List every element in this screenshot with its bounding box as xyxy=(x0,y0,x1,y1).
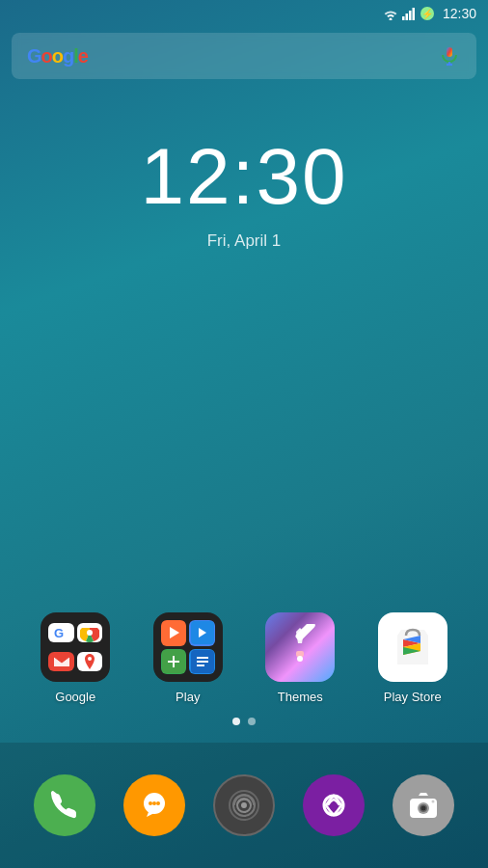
google-folder-label: Google xyxy=(55,690,95,704)
svg-rect-0 xyxy=(402,16,405,20)
svg-point-12 xyxy=(87,630,93,636)
status-time: 12:30 xyxy=(443,6,476,21)
svg-rect-1 xyxy=(405,14,408,20)
app-item-play[interactable]: Play xyxy=(145,612,231,704)
dock-item-messages[interactable] xyxy=(123,774,185,836)
dock-item-phone[interactable] xyxy=(34,774,95,836)
dock-item-fingerprint[interactable] xyxy=(213,774,275,836)
google-logo: Google xyxy=(27,45,88,68)
svg-point-41 xyxy=(421,806,426,811)
app-item-playstore[interactable]: Play Store xyxy=(369,612,456,704)
camera-icon xyxy=(393,774,454,836)
svg-rect-3 xyxy=(412,8,415,20)
status-icons: ⚡ 12:30 xyxy=(383,6,476,21)
svg-point-30 xyxy=(149,801,152,805)
svg-rect-20 xyxy=(173,656,175,667)
phone-icon xyxy=(34,774,95,836)
clock-time: 12:30 xyxy=(0,137,488,216)
status-bar: ⚡ 12:30 xyxy=(0,0,488,27)
play-folder-label: Play xyxy=(176,690,200,704)
app-item-google[interactable]: G xyxy=(32,612,119,704)
charging-icon: ⚡ xyxy=(420,6,435,21)
dock-item-camera[interactable] xyxy=(393,774,454,836)
google-folder-icon: G xyxy=(41,612,110,682)
svg-rect-6 xyxy=(447,47,452,57)
themes-app-label: Themes xyxy=(278,690,323,704)
signal-icon xyxy=(402,7,416,20)
svg-point-13 xyxy=(88,657,92,661)
svg-rect-23 xyxy=(197,661,208,663)
clock-section: 12:30 Fri, April 1 xyxy=(0,137,488,251)
mic-icon[interactable] xyxy=(438,44,461,68)
svg-text:⚡: ⚡ xyxy=(421,8,434,20)
clock-date: Fri, April 1 xyxy=(0,231,488,251)
app-grid: G xyxy=(0,612,488,704)
play-folder-icon xyxy=(153,612,223,682)
svg-point-31 xyxy=(152,801,156,805)
playstore-app-icon xyxy=(378,612,447,682)
svg-point-42 xyxy=(432,800,435,803)
fingerprint-icon xyxy=(213,774,275,836)
app-item-themes[interactable]: Themes xyxy=(257,612,343,704)
svg-rect-2 xyxy=(409,11,412,20)
page-dots xyxy=(0,718,488,725)
svg-point-36 xyxy=(241,802,247,808)
dock xyxy=(0,743,488,868)
svg-text:G: G xyxy=(54,626,64,640)
dock-item-privacy[interactable] xyxy=(303,774,365,836)
svg-point-32 xyxy=(156,801,160,805)
svg-point-27 xyxy=(297,656,303,662)
svg-rect-24 xyxy=(197,665,204,666)
privacy-icon xyxy=(303,774,365,836)
page-dot-1[interactable] xyxy=(232,718,240,725)
wifi-icon xyxy=(383,7,398,20)
svg-rect-22 xyxy=(197,657,208,659)
themes-app-icon xyxy=(265,612,335,682)
playstore-app-label: Play Store xyxy=(384,690,442,704)
chat-icon xyxy=(123,774,185,836)
search-bar[interactable]: Google xyxy=(12,33,476,79)
page-dot-2[interactable] xyxy=(248,718,256,725)
